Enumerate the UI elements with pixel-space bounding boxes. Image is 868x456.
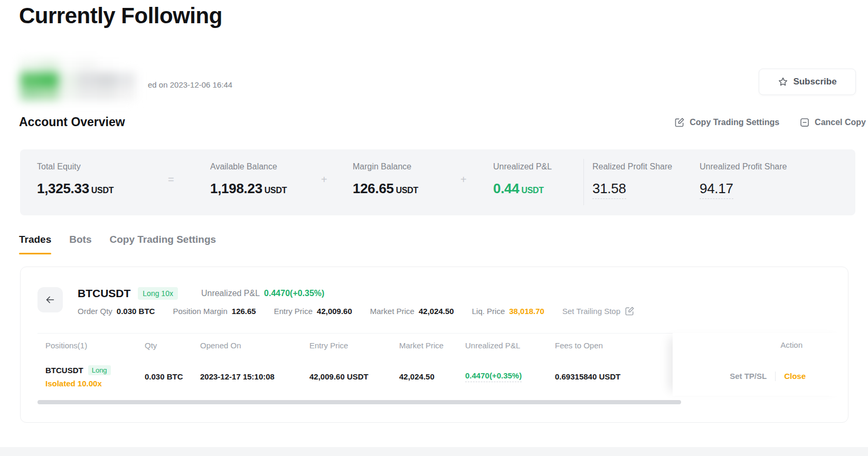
pnl-label: Unrealized P&L xyxy=(201,289,260,298)
stat-unrealized-pnl: Unrealized P&L 0.44USDT xyxy=(493,162,552,197)
order-qty-pair: Order Qty 0.030 BTC xyxy=(78,307,155,316)
col-unrealized-pnl: Unrealized P&L xyxy=(465,341,555,350)
page-title: Currently Following xyxy=(19,3,222,28)
minus-square-icon xyxy=(799,117,810,128)
stat-label: Margin Balance xyxy=(353,162,418,172)
set-trailing-stop-label: Set Trailing Stop xyxy=(562,307,620,316)
market-price-cell: 42,024.50 xyxy=(399,372,465,381)
stat-unrealized-profit-share: Unrealized Profit Share 94.17 xyxy=(700,162,787,199)
horizontal-scrollbar-track xyxy=(37,400,831,404)
opened-on-cell: 2023-12-17 15:10:08 xyxy=(200,372,309,381)
stat-available-balance: Available Balance 1,198.23USDT xyxy=(210,162,287,197)
pnl-value: 0.4470(+0.35%) xyxy=(264,289,324,298)
stat-value: 1,325.33USDT xyxy=(37,180,114,197)
liq-price-pair: Liq. Price 38,018.70 xyxy=(472,307,544,316)
account-overview-panel: Total Equity 1,325.33USDT = Available Ba… xyxy=(20,149,855,215)
unrealized-pnl-cell: 0.4470(+0.35%) xyxy=(465,371,555,382)
position-margin-pair: Position Margin 126.65 xyxy=(173,307,256,316)
trader-avatar-blurred xyxy=(20,59,135,100)
tab-trades[interactable]: Trades xyxy=(19,234,51,253)
copy-trading-settings-link[interactable]: Copy Trading Settings xyxy=(674,117,779,128)
stat-label: Unrealized Profit Share xyxy=(700,162,787,172)
position-symbol-cell: BTCUSDT Long Isolated 10.00x xyxy=(45,365,145,388)
account-overview-heading: Account Overview xyxy=(19,115,125,129)
stat-value: 31.58 xyxy=(592,180,672,199)
account-overview-actions: Copy Trading Settings Cancel Copy xyxy=(674,117,866,128)
stat-label: Unrealized P&L xyxy=(493,162,552,172)
followed-on-date: ed on 2023-12-06 16:44 xyxy=(148,80,232,89)
position-symbol: BTCUSDT xyxy=(78,287,130,300)
star-icon xyxy=(778,77,788,87)
copy-trading-settings-label: Copy Trading Settings xyxy=(690,118,779,127)
cancel-copy-link[interactable]: Cancel Copy xyxy=(799,117,866,128)
stat-value: 126.65USDT xyxy=(353,180,418,197)
equals-operator: = xyxy=(168,174,174,186)
back-button[interactable] xyxy=(37,287,63,312)
tab-bots[interactable]: Bots xyxy=(69,234,91,253)
col-opened-on: Opened On xyxy=(200,341,309,350)
side-leverage-badge: Long 10x xyxy=(138,287,178,300)
set-trailing-stop-button[interactable]: Set Trailing Stop xyxy=(562,306,635,316)
cancel-copy-label: Cancel Copy xyxy=(815,118,866,127)
tab-copy-trading-settings[interactable]: Copy Trading Settings xyxy=(110,234,216,253)
col-qty: Qty xyxy=(145,341,200,350)
col-fees-to-open: Fees to Open xyxy=(555,341,676,350)
trade-card-header: BTCUSDT Long 10x Unrealized P&L 0.4470(+… xyxy=(21,267,848,316)
market-price-pair: Market Price 42,024.50 xyxy=(370,307,454,316)
row-symbol: BTCUSDT xyxy=(45,366,83,375)
plus-operator: + xyxy=(460,174,467,186)
side-badge: Long xyxy=(88,365,111,375)
stats-vertical-divider xyxy=(583,159,584,205)
trade-summary: BTCUSDT Long 10x Unrealized P&L 0.4470(+… xyxy=(78,287,635,316)
col-action: Action xyxy=(780,340,803,349)
stat-value-green: 0.44USDT xyxy=(493,180,552,197)
section-tabs: Trades Bots Copy Trading Settings xyxy=(19,234,216,253)
col-market-price: Market Price xyxy=(399,341,465,350)
stat-total-equity: Total Equity 1,325.33USDT xyxy=(37,162,114,197)
col-positions: Positions(1) xyxy=(45,341,145,350)
edit-square-icon xyxy=(674,117,685,128)
stat-realized-profit-share: Realized Profit Share 31.58 xyxy=(592,162,672,199)
stat-label: Available Balance xyxy=(210,162,287,172)
qty-cell: 0.030 BTC xyxy=(145,372,200,381)
stat-value: 94.17 xyxy=(700,180,787,199)
unrealized-pnl-summary: Unrealized P&L 0.4470(+0.35%) xyxy=(201,289,324,298)
entry-price-cell: 42,009.60 USDT xyxy=(309,372,399,381)
edit-square-icon xyxy=(625,306,635,316)
bottom-section-strip xyxy=(0,447,868,456)
col-entry-price: Entry Price xyxy=(309,341,399,350)
close-position-button[interactable]: Close xyxy=(784,372,806,381)
plus-operator: + xyxy=(321,174,327,186)
subscribe-button[interactable]: Subscribe xyxy=(759,69,856,95)
horizontal-scrollbar-thumb[interactable] xyxy=(37,400,681,404)
stat-label: Total Equity xyxy=(37,162,114,172)
stat-value: 1,198.23USDT xyxy=(210,180,287,197)
sticky-action-column: Action Set TP/SL Close xyxy=(673,333,848,396)
fees-to-open-cell: 0.69315840 USDT xyxy=(555,372,676,381)
entry-price-pair: Entry Price 42,009.60 xyxy=(274,307,352,316)
action-separator xyxy=(775,372,776,381)
margin-mode: Isolated 10.00x xyxy=(45,379,145,388)
set-tpsl-button[interactable]: Set TP/SL xyxy=(730,372,767,381)
trade-card: BTCUSDT Long 10x Unrealized P&L 0.4470(+… xyxy=(20,267,848,423)
currently-following-page: Currently Following ed on 2023-12-06 16:… xyxy=(0,0,868,456)
subscribe-label: Subscribe xyxy=(793,77,836,87)
arrow-left-icon xyxy=(44,294,56,306)
stat-margin-balance: Margin Balance 126.65USDT xyxy=(353,162,418,197)
stat-label: Realized Profit Share xyxy=(592,162,672,172)
